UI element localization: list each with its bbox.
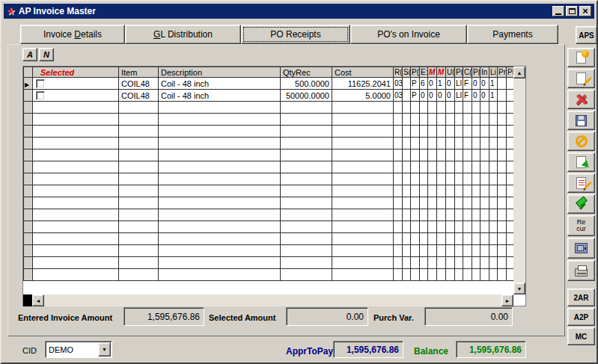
grid-cell[interactable]: P xyxy=(411,90,420,102)
grid-cell[interactable]: LI xyxy=(455,78,463,90)
button-a2p[interactable]: A2P xyxy=(567,308,595,326)
scroll-right-icon[interactable] xyxy=(501,294,513,306)
grid-cell[interactable]: 0 xyxy=(480,90,489,102)
column-header[interactable]: QtyRec xyxy=(281,67,332,78)
grid-cell[interactable]: COIL48 xyxy=(119,78,159,90)
grid-cell[interactable]: 50000.0000 xyxy=(281,90,332,102)
grid-vertical-scrollbar[interactable] xyxy=(513,67,525,294)
column-header[interactable]: E: xyxy=(420,67,428,78)
column-header[interactable]: P( xyxy=(472,67,480,78)
grid-cell[interactable]: 0 xyxy=(446,90,455,102)
grid-cell[interactable]: 1 xyxy=(489,78,498,90)
grid-horizontal-scrollbar[interactable] xyxy=(23,294,513,306)
column-header[interactable]: Item xyxy=(119,67,159,78)
grid-cell[interactable]: F xyxy=(463,78,472,90)
grid-cell[interactable]: 1 xyxy=(489,90,498,102)
print-button[interactable] xyxy=(567,260,595,281)
column-header[interactable]: Pr xyxy=(498,67,507,78)
maximize-button[interactable] xyxy=(566,6,578,16)
recur-button[interactable]: Recur xyxy=(567,215,595,236)
grid-cell[interactable]: 0 xyxy=(472,78,480,90)
grid-cell[interactable]: 6 xyxy=(420,78,428,90)
grid-cell[interactable] xyxy=(498,78,507,90)
grid-cell[interactable] xyxy=(403,90,411,102)
grid-cell[interactable]: P xyxy=(411,78,420,90)
minimize-button[interactable] xyxy=(552,6,564,16)
new-record-button[interactable] xyxy=(567,48,595,67)
column-header[interactable]: R( xyxy=(394,67,403,78)
grid-cell[interactable]: COIL48 xyxy=(119,90,159,102)
vault-button[interactable] xyxy=(567,238,595,259)
column-header[interactable]: M xyxy=(437,67,446,78)
titlebar[interactable]: AP Invoice Master xyxy=(4,4,594,19)
grid-cell[interactable]: 500.0000 xyxy=(281,78,332,90)
scroll-up-icon[interactable] xyxy=(513,67,525,78)
grid-cell[interactable]: 03 xyxy=(394,78,403,90)
grid-cell[interactable]: 0 xyxy=(472,90,480,102)
grid-cell[interactable]: 1 xyxy=(437,78,446,90)
grid-cell[interactable]: 03 xyxy=(394,90,403,102)
row-checkbox[interactable] xyxy=(36,91,45,100)
scroll-down-icon[interactable] xyxy=(513,283,525,294)
grid-cell xyxy=(332,185,394,197)
column-header[interactable]: Cost xyxy=(332,67,394,78)
grid-cell[interactable]: 0 xyxy=(420,90,428,102)
chevron-down-icon[interactable] xyxy=(98,342,111,357)
column-header[interactable]: U( xyxy=(446,67,455,78)
grid-cell[interactable]: LI xyxy=(455,90,463,102)
button-2ar[interactable]: 2AR xyxy=(567,289,595,306)
grid-cell[interactable]: Coil - 48 inch xyxy=(159,90,281,102)
column-header[interactable]: S( xyxy=(403,67,411,78)
grid-cell xyxy=(446,114,455,126)
select-none-button[interactable]: N xyxy=(39,48,54,61)
tab-pos-on-invoice[interactable]: PO's on Invoice xyxy=(350,25,467,44)
grid-cell[interactable]: Coil - 48 inch xyxy=(159,78,281,90)
grid-cell[interactable]: 0 xyxy=(428,78,437,90)
select-all-button[interactable]: A xyxy=(22,48,37,61)
table-row[interactable]: COIL48Coil - 48 inch50000.00005.000003P0… xyxy=(24,90,515,102)
aps-button[interactable]: APS xyxy=(576,26,597,44)
tab-po-receipts[interactable]: PO Receipts xyxy=(241,25,350,44)
grid-cell xyxy=(472,185,480,197)
grid-cell[interactable] xyxy=(498,90,507,102)
edit-button[interactable] xyxy=(567,69,595,88)
grid-cell[interactable] xyxy=(403,78,411,90)
column-header[interactable]: P( xyxy=(411,67,420,78)
column-header[interactable]: Selected xyxy=(33,67,119,78)
tab-gl-distribution[interactable]: GL Distribution xyxy=(125,25,241,44)
grid-cell xyxy=(489,102,498,114)
tab-payments[interactable]: Payments xyxy=(467,25,558,44)
selected-cell[interactable] xyxy=(33,78,119,90)
cid-dropdown[interactable]: DEMO xyxy=(45,341,112,358)
table-row[interactable]: COIL48Coil - 48 inch500.000011625.204103… xyxy=(24,78,515,90)
column-header[interactable]: Li xyxy=(489,67,498,78)
grid-cell[interactable]: 0 xyxy=(446,78,455,90)
column-header[interactable]: P( xyxy=(455,67,463,78)
column-header[interactable]: M xyxy=(428,67,437,78)
column-header[interactable]: Description xyxy=(159,67,281,78)
cancel-button[interactable] xyxy=(567,132,595,151)
grid-cell[interactable]: F xyxy=(463,90,472,102)
drilldown-button[interactable] xyxy=(567,194,595,214)
column-header[interactable]: C( xyxy=(463,67,472,78)
delete-button[interactable] xyxy=(567,90,595,109)
tab-invoice-details[interactable]: Invoice Details xyxy=(20,25,125,44)
scroll-left-icon[interactable] xyxy=(32,294,44,306)
button-mc[interactable]: MC xyxy=(567,327,595,345)
grid-cell[interactable]: 11625.2041 xyxy=(332,78,394,90)
transfer-button[interactable] xyxy=(567,152,595,172)
app-icon xyxy=(7,6,15,16)
hscroll-track[interactable] xyxy=(44,294,501,306)
column-header[interactable]: In xyxy=(480,67,489,78)
row-checkbox[interactable] xyxy=(36,79,45,88)
grid-cell xyxy=(472,221,480,233)
grid-cell[interactable]: 0 xyxy=(428,90,437,102)
selected-cell[interactable] xyxy=(33,90,119,102)
notes-button[interactable] xyxy=(567,173,595,193)
close-button[interactable] xyxy=(579,6,591,16)
grid-cell[interactable]: 0 xyxy=(480,78,489,90)
grid-cell[interactable]: 0 xyxy=(437,90,446,102)
save-button[interactable] xyxy=(567,111,595,130)
grid-cell xyxy=(420,245,428,257)
grid-cell[interactable]: 5.0000 xyxy=(332,90,394,102)
